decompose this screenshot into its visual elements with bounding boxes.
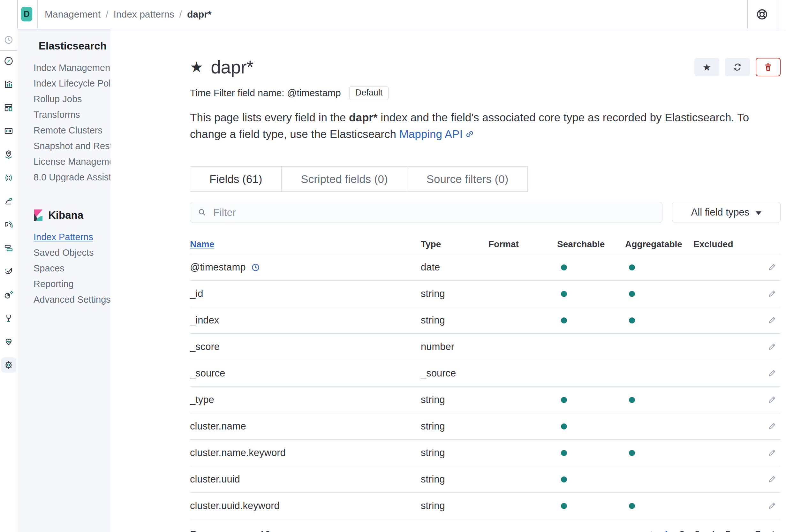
searchable-dot	[561, 503, 567, 509]
nav-item-reporting[interactable]: Reporting	[33, 276, 106, 292]
nav-item-index-lifecycle-policies[interactable]: Index Lifecycle Policies	[33, 76, 106, 91]
header-divider	[778, 0, 778, 28]
nav-item-index-management[interactable]: Index Management	[33, 60, 106, 76]
tab-fields[interactable]: Fields (61)	[190, 167, 281, 191]
nav-item-license-management[interactable]: License Management	[33, 154, 106, 169]
field-name: cluster.name	[190, 420, 246, 432]
next-page-button[interactable]	[768, 530, 781, 532]
nav-item-snapshot-and-restore[interactable]: Snapshot and Restore	[33, 138, 106, 154]
table-row: _type string	[190, 387, 781, 413]
visualize-icon[interactable]	[3, 79, 14, 90]
field-name: cluster.uuid	[190, 473, 240, 485]
aggregatable-dot	[629, 291, 635, 297]
edit-field-button[interactable]	[767, 475, 781, 484]
refresh-fields-button[interactable]	[725, 58, 750, 76]
searchable-dot	[561, 450, 567, 456]
rows-per-page-button[interactable]: Rows per page: 10	[190, 529, 283, 532]
dev-tools-icon[interactable]	[3, 313, 14, 324]
page-3-button[interactable]: 3	[692, 528, 703, 532]
breadcrumb-separator: /	[106, 9, 108, 20]
page-5-button[interactable]: 5	[722, 528, 733, 532]
nav-item-saved-objects[interactable]: Saved Objects	[33, 245, 106, 260]
nav-item-advanced-settings[interactable]: Advanced Settings	[33, 292, 106, 307]
nav-item-rollup-jobs[interactable]: Rollup Jobs	[33, 91, 106, 107]
filter-input[interactable]	[190, 202, 663, 223]
column-excluded: Excluded	[693, 239, 751, 249]
nav-item-remote-clusters[interactable]: Remote Clusters	[33, 123, 106, 138]
graph-icon[interactable]	[3, 196, 14, 207]
field-name: _source	[190, 368, 225, 379]
field-type: string	[421, 420, 488, 432]
tab-scripted-fields[interactable]: Scripted fields (0)	[281, 167, 407, 191]
edit-field-button[interactable]	[767, 501, 781, 511]
previous-page-button[interactable]	[644, 530, 657, 532]
trash-icon	[763, 62, 773, 72]
edit-field-button[interactable]	[767, 448, 781, 458]
field-types-dropdown[interactable]: All field types	[672, 202, 781, 223]
stack-management-icon[interactable]	[3, 360, 14, 370]
field-name: @timestamp	[190, 261, 246, 273]
stack-monitoring-icon[interactable]	[3, 336, 14, 347]
nav-item-index-patterns[interactable]: Index Patterns	[33, 229, 106, 245]
edit-field-button[interactable]	[767, 421, 781, 431]
page-numbers: 1 2 3 4 5 … 7	[644, 528, 781, 532]
searchable-dot	[561, 477, 567, 483]
edit-field-button[interactable]	[767, 289, 781, 299]
recently-viewed-icon[interactable]	[3, 34, 14, 45]
kibana-index-pattern-page: { "header": { "space_initial": "D", "sep…	[0, 0, 786, 532]
logs-icon[interactable]	[3, 219, 14, 230]
header-divider	[17, 0, 18, 28]
help-button[interactable]	[754, 7, 770, 22]
field-type: string	[421, 500, 488, 512]
uptime-icon[interactable]	[3, 266, 14, 277]
aggregatable-dot	[629, 503, 635, 509]
fields-table: Name Type Format Searchable Aggregatable…	[190, 234, 781, 519]
nav-item-transforms[interactable]: Transforms	[33, 107, 106, 123]
external-link-icon	[464, 127, 475, 144]
metrics-icon[interactable]	[3, 243, 14, 254]
nav-item-upgrade-assistant[interactable]: 8.0 Upgrade Assistant	[33, 169, 106, 185]
edit-field-button[interactable]	[767, 316, 781, 325]
field-name: cluster.name.keyword	[190, 447, 286, 459]
edit-field-button[interactable]	[767, 395, 781, 404]
machine-learning-icon[interactable]	[3, 172, 14, 183]
observability-icon[interactable]	[3, 289, 14, 300]
page-2-button[interactable]: 2	[676, 528, 687, 532]
breadcrumb: Management / Index patterns / dapr*	[45, 0, 212, 28]
discover-icon[interactable]	[3, 55, 14, 66]
edit-field-button[interactable]	[767, 369, 781, 378]
dashboard-icon[interactable]	[3, 102, 14, 113]
page-1-button[interactable]: 1	[661, 528, 672, 532]
page-title: dapr*	[211, 56, 253, 77]
search-icon	[197, 207, 207, 217]
kibana-section-header: Kibana	[33, 209, 106, 222]
edit-field-button[interactable]	[767, 262, 781, 272]
column-name[interactable]: Name	[190, 239, 214, 249]
page-4-button[interactable]: 4	[707, 528, 718, 532]
column-type: Type	[421, 239, 488, 249]
field-type: string	[421, 315, 488, 326]
elasticsearch-section-header: Elasticsearch	[33, 40, 106, 52]
page-7-button[interactable]: 7	[753, 528, 763, 532]
breadcrumb-current: dapr*	[187, 9, 212, 20]
edit-field-button[interactable]	[767, 342, 781, 352]
delete-pattern-button[interactable]	[756, 58, 781, 76]
lifebuoy-icon	[755, 7, 769, 21]
set-default-button[interactable]: ★	[694, 58, 719, 76]
tab-source-filters[interactable]: Source filters (0)	[407, 167, 528, 191]
breadcrumb-management[interactable]: Management	[45, 9, 100, 20]
aggregatable-dot	[629, 318, 635, 323]
canvas-icon[interactable]	[3, 126, 14, 137]
aggregatable-dot	[629, 450, 635, 456]
page-description: This page lists every field in the dapr*…	[190, 109, 781, 144]
mapping-api-link[interactable]: Mapping API	[399, 128, 463, 140]
breadcrumb-separator: /	[179, 9, 182, 20]
breadcrumb-index-patterns[interactable]: Index patterns	[113, 9, 174, 20]
table-row: _id string	[190, 281, 781, 307]
table-row: cluster.name string	[190, 413, 781, 440]
space-avatar[interactable]: D	[21, 7, 32, 21]
maps-icon[interactable]	[3, 149, 14, 160]
nav-item-spaces[interactable]: Spaces	[33, 260, 106, 276]
chevron-down-icon	[276, 530, 283, 532]
chevron-down-icon	[756, 211, 761, 215]
